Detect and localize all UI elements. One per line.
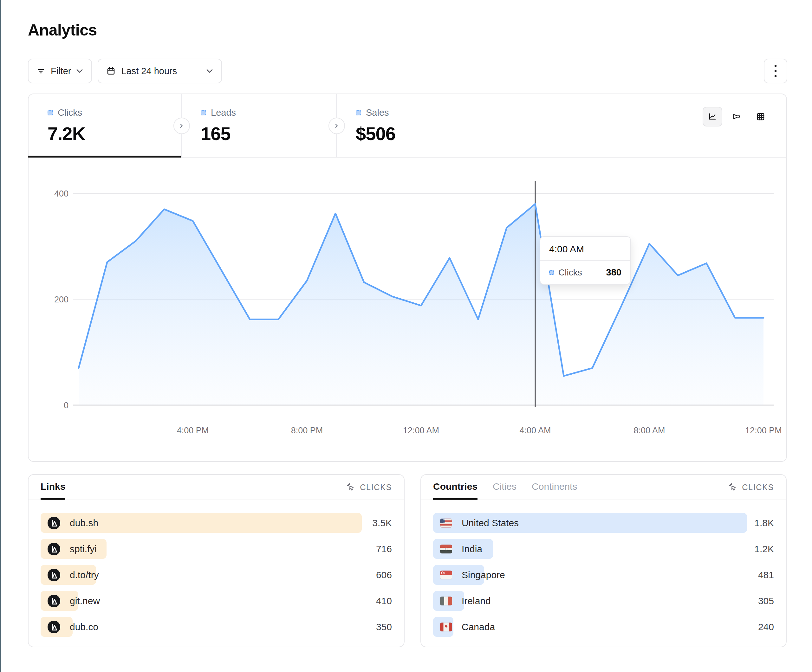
- x-axis-label: 12:00 AM: [403, 426, 439, 435]
- calendar-icon: [106, 66, 116, 76]
- country-clicks-value: 305: [758, 595, 774, 606]
- country-row[interactable]: India 1.2K: [433, 539, 774, 559]
- y-axis-label: 400: [54, 189, 68, 198]
- analytics-page: Analytics Filter Last 24 hours: [0, 0, 812, 672]
- flag-sg-icon: [440, 571, 452, 580]
- flag-ca-icon: [440, 623, 452, 631]
- funnel-view-button[interactable]: [727, 107, 746, 126]
- sales-label: Sales: [366, 107, 389, 118]
- clicks-value: 7.2K: [48, 123, 181, 144]
- link-row[interactable]: dub.co 350: [41, 617, 392, 637]
- active-tab-underline: [28, 156, 181, 157]
- page-title: Analytics: [28, 21, 97, 39]
- table-view-button[interactable]: [751, 107, 771, 126]
- expand-leads-button[interactable]: [329, 118, 345, 134]
- chevron-down-icon: [206, 69, 213, 73]
- flag-in-icon: [440, 544, 452, 553]
- link-row[interactable]: spti.fyi 716: [41, 539, 392, 559]
- link-row-content: d.to/try: [41, 565, 99, 585]
- grid-table-icon: [756, 112, 766, 122]
- links-metric-label: CLICKS: [360, 483, 392, 492]
- tab-sales[interactable]: Sales $506: [337, 94, 396, 157]
- flag-us-icon: [440, 518, 452, 527]
- country-clicks-value: 1.2K: [754, 544, 774, 554]
- tooltip-series-chip: [549, 270, 554, 275]
- sales-legend-chip: [356, 110, 361, 115]
- funnel-icon: [732, 112, 742, 122]
- tab-links[interactable]: Links: [41, 475, 65, 500]
- link-clicks-value: 716: [376, 544, 392, 554]
- tab-clicks[interactable]: Clicks 7.2K: [29, 94, 182, 157]
- date-range-button[interactable]: Last 24 hours: [98, 59, 222, 84]
- chart-tooltip: 4:00 AM Clicks 380: [540, 236, 631, 285]
- tooltip-series-label: Clicks: [558, 268, 582, 278]
- leads-label: Leads: [211, 107, 236, 118]
- countries-panel-header: CountriesCitiesContinents CLICKS: [421, 475, 786, 500]
- sales-value: $506: [356, 123, 396, 144]
- link-name: d.to/try: [70, 570, 99, 580]
- tab-leads[interactable]: Leads 165: [182, 94, 337, 157]
- tooltip-value: 380: [606, 267, 621, 278]
- country-row[interactable]: Ireland 305: [433, 591, 774, 611]
- tab-cities[interactable]: Cities: [493, 475, 517, 500]
- leads-legend-chip: [201, 110, 206, 115]
- more-options-button[interactable]: [764, 59, 787, 84]
- dub-logo-icon: [48, 621, 60, 633]
- link-row[interactable]: git.new 410: [41, 591, 392, 611]
- filter-label: Filter: [51, 66, 71, 77]
- country-row-content: India: [433, 539, 482, 559]
- line-chart-icon: [707, 112, 718, 122]
- country-row-content: Ireland: [433, 591, 491, 611]
- country-clicks-value: 240: [758, 622, 774, 633]
- cursor-click-icon: [728, 482, 738, 492]
- country-row[interactable]: United States 1.8K: [433, 513, 774, 533]
- x-axis-labels: 4:00 PM8:00 PM12:00 AM4:00 AM8:00 AM12:0…: [177, 426, 782, 435]
- link-row[interactable]: d.to/try 606: [41, 565, 392, 585]
- cursor-click-icon: [346, 482, 356, 492]
- link-clicks-value: 3.5K: [372, 518, 392, 529]
- analytics-chart-card: Clicks 7.2K Leads 165 Sales $506: [28, 94, 787, 462]
- tab-countries[interactable]: Countries: [433, 475, 478, 500]
- dub-logo-icon: [48, 543, 60, 555]
- filter-button[interactable]: Filter: [28, 59, 92, 84]
- chevron-down-icon: [76, 69, 83, 73]
- countries-rows: United States 1.8K India 1.2K Singapore …: [421, 500, 786, 637]
- link-clicks-value: 350: [376, 622, 392, 633]
- country-name: Ireland: [462, 595, 491, 606]
- links-panel-header: Links CLICKS: [29, 475, 404, 500]
- country-name: India: [462, 544, 482, 554]
- x-axis-label: 4:00 PM: [177, 426, 209, 435]
- countries-metric-label: CLICKS: [742, 483, 774, 492]
- y-axis-label: 0: [64, 401, 68, 410]
- countries-metric-header[interactable]: CLICKS: [728, 475, 774, 500]
- tab-continents[interactable]: Continents: [532, 475, 577, 500]
- link-clicks-value: 606: [376, 570, 392, 580]
- link-row-content: dub.sh: [41, 513, 98, 533]
- stats-tabs: Clicks 7.2K Leads 165 Sales $506: [29, 94, 786, 157]
- clicks-chart-svg: 02004004:00 PM8:00 PM12:00 AM4:00 AM8:00…: [29, 158, 786, 462]
- country-clicks-value: 481: [758, 570, 774, 580]
- expand-clicks-button[interactable]: [174, 118, 190, 134]
- dub-logo-icon: [48, 517, 60, 529]
- links-metric-header[interactable]: CLICKS: [346, 475, 392, 500]
- link-name: git.new: [70, 595, 100, 606]
- link-row-content: git.new: [41, 591, 100, 611]
- country-name: United States: [462, 518, 519, 529]
- country-name: Singapore: [462, 570, 505, 580]
- countries-panel: CountriesCitiesContinents CLICKS United …: [420, 474, 786, 647]
- kebab-menu-icon: [774, 64, 777, 78]
- countries-tabs: CountriesCitiesContinents: [433, 475, 577, 500]
- link-row[interactable]: dub.sh 3.5K: [41, 513, 392, 533]
- tooltip-time: 4:00 AM: [540, 237, 630, 261]
- clicks-legend-chip: [48, 110, 53, 115]
- clicks-time-series-chart[interactable]: 02004004:00 PM8:00 PM12:00 AM4:00 AM8:00…: [29, 158, 786, 462]
- country-row[interactable]: Singapore 481: [433, 565, 774, 585]
- x-axis-label: 8:00 AM: [633, 426, 665, 435]
- filter-icon: [36, 66, 46, 76]
- country-row[interactable]: Canada 240: [433, 617, 774, 637]
- leads-value: 165: [201, 123, 336, 144]
- chevron-right-icon: [335, 123, 339, 128]
- line-chart-view-button[interactable]: [703, 107, 722, 126]
- clicks-label: Clicks: [58, 107, 82, 118]
- links-panel: Links CLICKS dub.sh 3.5K: [28, 474, 404, 647]
